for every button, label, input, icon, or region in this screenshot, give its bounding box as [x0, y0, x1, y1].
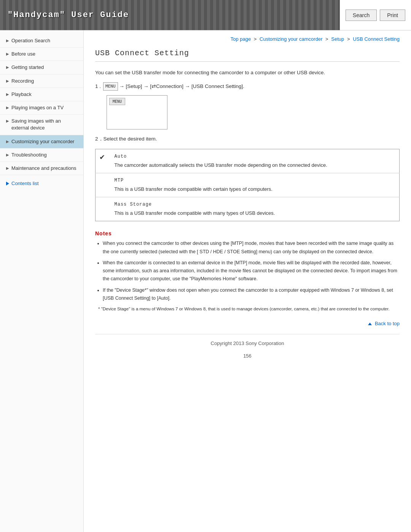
options-tbody: ✔AutoThe camcorder automatically selects… — [96, 149, 400, 221]
option-desc-0: The camcorder automatically selects the … — [115, 161, 394, 169]
arrow-right-icon — [6, 182, 9, 185]
step-1: 1 . MENU → [Setup] → [⇄Connection] → [US… — [95, 82, 400, 91]
sidebar-arrow-icon-7: ▶ — [6, 139, 9, 144]
menu-key: MENU — [103, 82, 118, 91]
note-item-0: When you connect the camcorder to other … — [103, 240, 400, 256]
notes-title: Notes — [95, 230, 400, 236]
sidebar-item-label-8: Troubleshooting — [11, 152, 47, 158]
sidebar-item-label-2: Getting started — [11, 64, 44, 71]
option-desc-1: This is a USB transfer mode compatible w… — [115, 185, 394, 193]
sidebar-item-2[interactable]: ▶Getting started — [0, 61, 83, 74]
option-cell-0: AutoThe camcorder automatically selects … — [109, 149, 400, 173]
sidebar-item-4[interactable]: ▶Playback — [0, 88, 83, 101]
breadcrumb-top[interactable]: Top page — [231, 36, 251, 42]
step-1-text: → [Setup] → [⇄Connection] → [USB Connect… — [119, 83, 244, 89]
notes-footnote: * "Device Stage" is a menu of Windows 7 … — [95, 305, 400, 312]
note-item-2: If the "Device Stage*" window does not o… — [103, 286, 400, 303]
back-to-top-link[interactable]: Back to top — [368, 321, 400, 326]
sidebar-item-8[interactable]: ▶Troubleshooting — [0, 149, 83, 162]
sidebar-item-label-4: Playback — [11, 91, 32, 98]
sidebar-arrow-icon-0: ▶ — [6, 38, 9, 43]
sidebar-item-9[interactable]: ▶Maintenance and precautions — [0, 162, 83, 175]
option-check-1 — [96, 173, 109, 197]
sidebar-item-5[interactable]: ▶Playing images on a TV — [0, 101, 83, 115]
sidebar-arrow-icon-4: ▶ — [6, 92, 9, 97]
menu-screenshot: MENU — [107, 95, 167, 129]
page-title: USB Connect Setting — [95, 49, 400, 62]
sidebar-item-label-7: Customizing your camcorder — [11, 138, 74, 145]
sidebar-item-3[interactable]: ▶Recording — [0, 75, 83, 88]
sidebar-arrow-icon-1: ▶ — [6, 51, 9, 57]
step-2: 2．Select the desired item. — [95, 135, 400, 143]
option-check-2 — [96, 197, 109, 221]
breadcrumb-customizing[interactable]: Customizing your camcorder — [260, 36, 322, 42]
sidebar-arrow-icon-5: ▶ — [6, 105, 9, 110]
option-row-1: MTPThis is a USB transfer mode compatibl… — [96, 173, 400, 197]
menu-btn-img: MENU — [109, 98, 125, 105]
main-content: Top page > Customizing your camcorder > … — [84, 30, 411, 532]
option-name-2: Mass Storage — [115, 201, 394, 208]
header-brand: "Handycam" User Guide — [0, 0, 340, 30]
layout: ▶Operation Search▶Before use▶Getting sta… — [0, 30, 411, 532]
back-to-top-label: Back to top — [375, 321, 400, 326]
step-1-num: 1 . — [95, 82, 101, 91]
option-row-2: Mass StorageThis is a USB transfer mode … — [96, 197, 400, 221]
breadcrumb-setup[interactable]: Setup — [331, 36, 344, 42]
option-check-0: ✔ — [96, 149, 109, 173]
contents-list-label: Contents list — [11, 181, 39, 186]
sidebar: ▶Operation Search▶Before use▶Getting sta… — [0, 30, 84, 532]
sidebar-item-7[interactable]: ▶Customizing your camcorder — [0, 135, 83, 149]
sidebar-arrow-icon-8: ▶ — [6, 152, 9, 158]
notes-list: When you connect the camcorder to other … — [95, 240, 400, 302]
page-number: 156 — [95, 350, 400, 362]
breadcrumb: Top page > Customizing your camcorder > … — [95, 36, 400, 42]
copyright: Copyright 2013 Sony Corporation — [211, 340, 284, 346]
sidebar-item-0[interactable]: ▶Operation Search — [0, 34, 83, 48]
sidebar-item-6[interactable]: ▶Saving images with an external device — [0, 115, 83, 135]
breadcrumb-sep2: > — [325, 36, 330, 42]
option-cell-2: Mass StorageThis is a USB transfer mode … — [109, 197, 400, 221]
sidebar-item-1[interactable]: ▶Before use — [0, 48, 83, 61]
sidebar-arrow-icon-9: ▶ — [6, 166, 9, 171]
sidebar-item-label-9: Maintenance and precautions — [11, 165, 76, 172]
sidebar-item-label-5: Playing images on a TV — [11, 104, 64, 111]
breadcrumb-sep3: > — [347, 36, 351, 42]
triangle-up-icon — [368, 323, 372, 325]
search-button[interactable]: Search — [346, 10, 377, 21]
sidebar-item-label-0: Operation Search — [11, 37, 50, 44]
content-intro: You can set the USB transfer mode for co… — [95, 69, 400, 77]
sidebar-item-label-1: Before use — [11, 51, 35, 58]
app-title: "Handycam" User Guide — [8, 10, 129, 20]
back-to-top: Back to top — [95, 320, 400, 326]
sidebar-arrow-icon-2: ▶ — [6, 65, 9, 70]
sidebar-arrow-icon-3: ▶ — [6, 78, 9, 84]
footer: Copyright 2013 Sony Corporation — [95, 334, 400, 350]
step-1-content: MENU → [Setup] → [⇄Connection] → [USB Co… — [103, 82, 244, 91]
sidebar-item-label-3: Recording — [11, 78, 34, 85]
option-cell-1: MTPThis is a USB transfer mode compatibl… — [109, 173, 400, 197]
option-row-0: ✔AutoThe camcorder automatically selects… — [96, 149, 400, 173]
breadcrumb-sep1: > — [254, 36, 258, 42]
option-desc-2: This is a USB transfer mode compatible w… — [115, 209, 394, 217]
sidebar-nav: ▶Operation Search▶Before use▶Getting sta… — [0, 34, 83, 175]
breadcrumb-current: USB Connect Setting — [353, 36, 400, 42]
contents-list-link[interactable]: Contents list — [0, 175, 83, 192]
note-item-1: When the camcorder is connected to an ex… — [103, 259, 400, 283]
header-actions: Search Print — [340, 0, 411, 30]
option-name-1: MTP — [115, 177, 394, 184]
print-button[interactable]: Print — [380, 10, 405, 21]
options-table: ✔AutoThe camcorder automatically selects… — [95, 149, 400, 221]
sidebar-item-label-6: Saving images with an external device — [11, 118, 79, 131]
sidebar-arrow-icon-6: ▶ — [6, 118, 9, 124]
notes-section: Notes When you connect the camcorder to … — [95, 230, 400, 312]
header: "Handycam" User Guide Search Print — [0, 0, 411, 30]
option-name-0: Auto — [115, 153, 394, 160]
